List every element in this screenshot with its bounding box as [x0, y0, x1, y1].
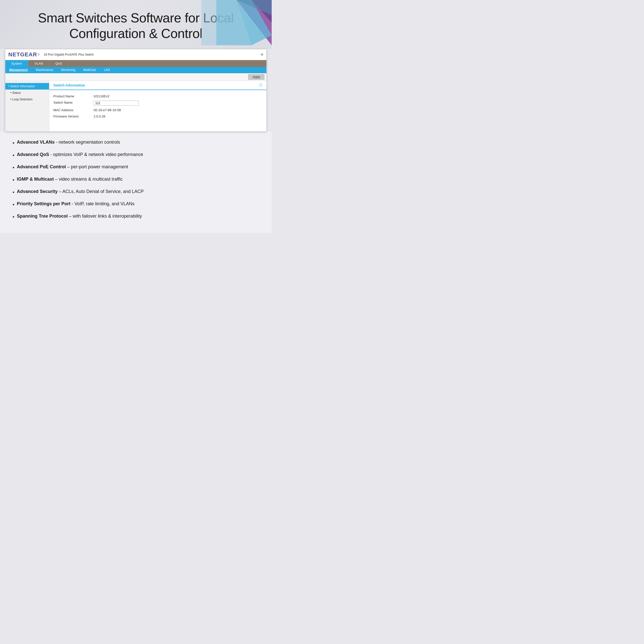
feature-text: IGMP & Multicast – video streams & multi… — [17, 176, 123, 182]
bullet-icon: • — [13, 139, 14, 146]
nav-subtab-multicast[interactable]: MultiCast — [79, 67, 100, 73]
sidebar: • Switch Information • Status • Loop Det… — [5, 81, 49, 131]
nav-subtab-management[interactable]: Management — [5, 67, 32, 73]
feature-normal: – ACLs, Auto Denial of Service, and LACP — [58, 189, 144, 194]
feature-bold: Spanning Tree Protocol — [17, 214, 68, 219]
nav-subtabs: Management Maintenance Monitoring MultiC… — [5, 67, 266, 73]
sidebar-item-loop-detection[interactable]: • Loop Detection — [5, 96, 49, 103]
value-firmware-version: 2.0.0.26 — [94, 114, 105, 118]
feature-text: Spanning Tree Protocol – with failover l… — [17, 213, 142, 219]
nav-subtab-monitoring[interactable]: Monitoring — [57, 67, 79, 73]
main-content: Switch Information ⓘ Product Name GS116E… — [49, 81, 266, 131]
netgear-logo: NETGEAR ® — [8, 51, 40, 58]
feature-normal: - optimizes VoIP & network video perform… — [49, 152, 143, 157]
feature-bold: IGMP & Multicast — [17, 177, 54, 182]
feature-bold: Advanced QoS — [17, 152, 49, 157]
hero-section: Smart Switches Software for Local Config… — [0, 0, 272, 49]
feature-normal: - network segmentation controls — [55, 140, 120, 145]
feature-item-vlans: • Advanced VLANs - network segmentation … — [13, 139, 259, 146]
content-area: • Switch Information • Status • Loop Det… — [5, 81, 266, 131]
help-icon[interactable]: ⓘ — [259, 83, 262, 88]
features-section: • Advanced VLANs - network segmentation … — [0, 132, 272, 233]
sidebar-item-switch-information[interactable]: • Switch Information — [5, 83, 49, 90]
nav-tab-vlan[interactable]: VLAN — [28, 60, 49, 67]
bullet-icon: • — [13, 213, 14, 220]
apply-bar: Apply — [5, 73, 266, 81]
feature-text: Advanced VLANs - network segmentation co… — [17, 139, 120, 145]
ui-panel: NETGEAR ® 16-Port Gigabit ProSAFE Plus S… — [5, 49, 267, 132]
feature-text: Advanced QoS - optimizes VoIP & network … — [17, 151, 143, 158]
device-title: 16-Port Gigabit ProSAFE Plus Switch — [44, 53, 94, 56]
table-row: Product Name GS116Ev2 — [53, 93, 262, 99]
feature-normal: - VoIP, rate limiting, and VLANs — [70, 201, 135, 206]
feature-bold: Advanced Security — [17, 189, 58, 194]
feature-item-spanning-tree: • Spanning Tree Protocol – with failover… — [13, 213, 259, 220]
bullet-icon: • — [13, 152, 14, 159]
apply-button[interactable]: Apply — [248, 74, 264, 80]
feature-normal: – per-port power management — [66, 164, 128, 169]
bullet-icon: • — [13, 164, 14, 171]
value-product-name: GS116Ev2 — [94, 94, 109, 98]
feature-bold: Priority Settings per Port — [17, 201, 70, 206]
nav-tabs: System VLAN QoS — [5, 60, 266, 67]
info-table: Product Name GS116Ev2 Switch Name MAC Ad… — [49, 90, 266, 123]
feature-item-poe: • Advanced PoE Control – per-port power … — [13, 164, 259, 171]
feature-normal: – with failover links & interoperability — [68, 214, 142, 219]
logout-icon[interactable]: ⎆ — [261, 52, 263, 57]
label-product-name: Product Name — [53, 94, 94, 98]
feature-text: Advanced Security – ACLs, Auto Denial of… — [17, 188, 144, 195]
section-title: Switch Information — [53, 83, 85, 87]
ui-header: NETGEAR ® 16-Port Gigabit ProSAFE Plus S… — [5, 49, 266, 60]
feature-normal: – video streams & multicast traffic — [54, 177, 123, 182]
feature-bold: Advanced VLANs — [17, 140, 55, 145]
feature-item-priority: • Priority Settings per Port - VoIP, rat… — [13, 201, 259, 208]
label-switch-name: Switch Name — [53, 101, 94, 106]
feature-item-igmp: • IGMP & Multicast – video streams & mul… — [13, 176, 259, 183]
decorative-triangles — [201, 0, 272, 45]
feature-item-qos: • Advanced QoS - optimizes VoIP & networ… — [13, 151, 259, 159]
brand-registered: ® — [38, 53, 40, 56]
table-row: MAC Address 00-18-e7-86-16-58 — [53, 107, 262, 113]
bullet-icon: • — [13, 176, 14, 183]
table-row: Switch Name — [53, 99, 262, 107]
nav-tab-qos[interactable]: QoS — [49, 60, 68, 67]
label-firmware-version: Firmware Version — [53, 114, 94, 118]
feature-bold: Advanced PoE Control — [17, 164, 66, 169]
nav-tab-system[interactable]: System — [5, 60, 28, 67]
nav-subtab-maintenance[interactable]: Maintenance — [32, 67, 57, 73]
feature-item-security: • Advanced Security – ACLs, Auto Denial … — [13, 188, 259, 196]
bullet-icon: • — [13, 201, 14, 208]
bullet-icon: • — [13, 189, 14, 196]
brand-name: NETGEAR — [8, 51, 37, 58]
section-header: Switch Information ⓘ — [49, 81, 266, 90]
value-mac-address: 00-18-e7-86-16-58 — [94, 108, 121, 112]
feature-text: Advanced PoE Control – per-port power ma… — [17, 164, 128, 170]
nav-subtab-lag[interactable]: LAG — [100, 67, 114, 73]
feature-text: Priority Settings per Port - VoIP, rate … — [17, 201, 135, 207]
label-mac-address: MAC Address — [53, 108, 94, 112]
input-switch-name[interactable] — [94, 101, 139, 106]
sidebar-item-status[interactable]: • Status — [5, 90, 49, 96]
table-row: Firmware Version 2.0.0.26 — [53, 113, 262, 119]
